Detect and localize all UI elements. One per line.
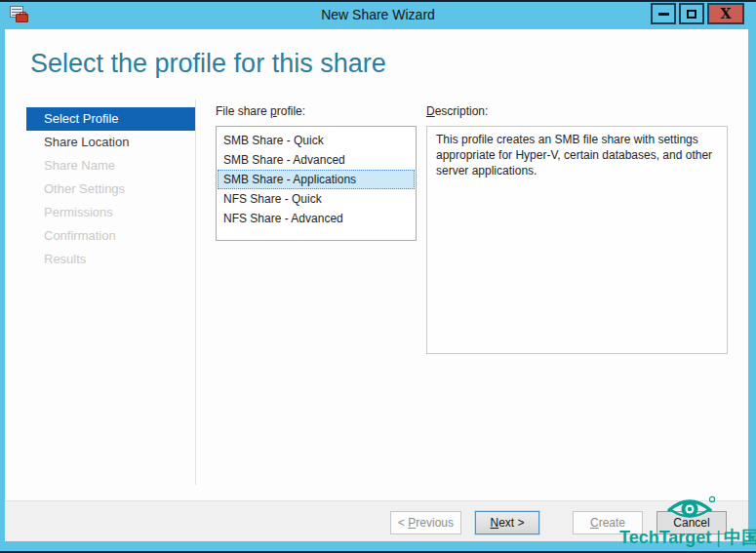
list-item[interactable]: NFS Share - Advanced [218, 209, 415, 228]
description-label: Description: [426, 104, 488, 118]
list-item[interactable]: SMB Share - Advanced [218, 150, 415, 170]
page-title: Select the profile for this share [30, 49, 386, 79]
step-permissions: Permissions [26, 201, 195, 224]
maximize-icon [687, 10, 696, 19]
window-title: New Share Wizard [0, 7, 756, 22]
cancel-button[interactable]: Cancel [657, 511, 727, 534]
close-button[interactable]: X [707, 3, 744, 24]
list-item[interactable]: NFS Share - Quick [218, 189, 415, 209]
step-share-location[interactable]: Share Location [26, 131, 195, 154]
minimize-button[interactable] [651, 3, 676, 24]
description-text: This profile creates an SMB file share w… [426, 126, 728, 354]
wizard-button-strip: < Previous Next > Create Cancel [5, 500, 748, 541]
wizard-body: Select the profile for this share Select… [5, 29, 748, 541]
create-button: Create [573, 511, 643, 534]
step-confirmation: Confirmation [26, 224, 195, 248]
window-controls: X [648, 3, 744, 24]
list-item[interactable]: SMB Share - Quick [218, 131, 415, 150]
maximize-button[interactable] [679, 3, 704, 24]
step-share-name: Share Name [26, 154, 195, 178]
step-results: Results [26, 248, 195, 271]
titlebar: New Share Wizard X [0, 2, 756, 29]
step-select-profile[interactable]: Select Profile [26, 107, 195, 131]
previous-button: < Previous [390, 511, 461, 534]
sidebar-divider [195, 99, 196, 485]
file-share-profile-listbox[interactable]: SMB Share - Quick SMB Share - Advanced S… [216, 126, 417, 241]
wizard-steps-sidebar: Select Profile Share Location Share Name… [26, 107, 195, 271]
minimize-icon [658, 13, 669, 16]
window-frame-top [0, 0, 756, 2]
close-icon: X [721, 7, 732, 20]
list-item-selected[interactable]: SMB Share - Applications [218, 170, 415, 189]
step-other-settings: Other Settings [26, 178, 195, 201]
next-button[interactable]: Next > [475, 511, 539, 534]
file-share-profile-label: File share profile: [216, 104, 305, 118]
